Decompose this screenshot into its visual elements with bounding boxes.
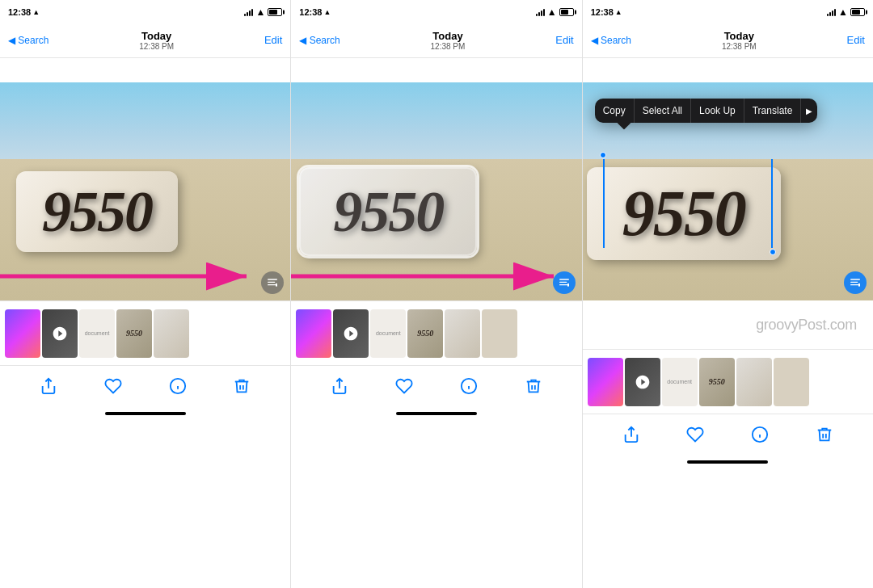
thumb-2-1[interactable] <box>296 309 331 358</box>
arrow-2 <box>291 252 578 300</box>
sign-bg-1: 9550 <box>0 82 290 300</box>
thumb-1-5[interactable] <box>154 309 189 358</box>
sky-2 <box>291 82 581 170</box>
thumb-3-1[interactable] <box>588 358 623 406</box>
thumb-2-5[interactable] <box>445 309 480 358</box>
home-indicator-2 <box>291 405 581 422</box>
thumb-3-3[interactable]: document <box>662 358 698 406</box>
phones-container: 12:38 ▲ ▲ ◀ Search Toda <box>0 0 873 588</box>
svg-rect-21 <box>858 284 860 287</box>
thumb-1-2[interactable] <box>42 309 78 358</box>
thumb-3-4[interactable]: 9550 <box>699 358 735 406</box>
selection-left-line <box>603 159 605 248</box>
thumb-3-2[interactable] <box>625 358 660 406</box>
edit-button-1[interactable]: Edit <box>264 34 282 46</box>
back-button-1[interactable]: ◀ Search <box>8 35 48 46</box>
heart-button-1[interactable] <box>103 376 123 396</box>
photo-area-3[interactable]: 9550 Copy Select All Look Up Translate ▶ <box>583 82 873 300</box>
time-label-3: 12:38 <box>591 7 614 17</box>
trash-button-1[interactable] <box>232 376 251 396</box>
photo-area-1[interactable]: 9550 <box>0 82 290 300</box>
thumb-strip-2: document 9550 <box>296 309 517 358</box>
context-menu-look-up[interactable]: Look Up <box>691 99 744 123</box>
phone-content-3: 9550 Copy Select All Look Up Translate ▶ <box>583 58 873 588</box>
share-button-1[interactable] <box>39 376 58 396</box>
home-bar-3 <box>687 460 768 464</box>
home-indicator-1 <box>0 405 290 422</box>
bottom-actions-1 <box>0 365 290 405</box>
live-text-icon-3 <box>849 276 862 289</box>
nav-bar-2: ◀ Search Today 12:38 PM Edit <box>291 23 581 58</box>
battery-fill-3 <box>852 10 860 15</box>
time-label-1: 12:38 <box>8 7 31 17</box>
battery-fill-2 <box>561 10 569 15</box>
thumb-1-4[interactable]: 9550 <box>116 309 152 358</box>
nav-subtitle-1: 12:38 PM <box>139 42 174 51</box>
share-button-2[interactable] <box>330 376 349 396</box>
context-menu-select-all[interactable]: Select All <box>635 99 691 123</box>
nav-subtitle-3: 12:38 PM <box>722 42 757 51</box>
home-bar-2 <box>396 412 477 415</box>
status-time-2: 12:38 ▲ <box>299 7 331 17</box>
bar1 <box>244 14 246 16</box>
context-menu-translate[interactable]: Translate <box>744 99 802 123</box>
status-bar-3: 12:38 ▲ ▲ <box>583 0 873 23</box>
live-text-btn-3[interactable] <box>844 271 867 294</box>
watermark-container: groovyPost.com <box>583 300 873 349</box>
heart-button-3[interactable] <box>685 425 705 444</box>
battery-3 <box>850 8 865 16</box>
phone-1: 12:38 ▲ ▲ ◀ Search Toda <box>0 0 291 588</box>
bottom-thumbnails-3: document 9550 <box>583 349 873 414</box>
nav-title-2: Today <box>431 30 466 42</box>
thumb-2-3[interactable]: document <box>370 309 406 358</box>
selection-right-line <box>771 159 773 248</box>
back-button-2[interactable]: ◀ Search <box>299 35 340 46</box>
svg-rect-20 <box>850 284 859 285</box>
thumb-3-5[interactable] <box>736 358 772 406</box>
nav-title-3: Today <box>722 30 757 42</box>
nav-title-1: Today <box>139 30 174 42</box>
thumb-2-4[interactable]: 9550 <box>407 309 443 358</box>
thumb-3-6[interactable] <box>774 358 809 406</box>
trash-button-2[interactable] <box>524 376 543 396</box>
info-button-1[interactable] <box>168 376 188 396</box>
info-button-3[interactable] <box>750 425 770 444</box>
handle-bottom-right <box>770 249 776 255</box>
bottom-thumbnails-2: document 9550 <box>291 300 581 365</box>
nav-title-group-2: Today 12:38 PM <box>431 30 466 51</box>
home-bar-1 <box>105 412 186 415</box>
status-icons-1: ▲ <box>244 6 282 18</box>
thumb-2-6[interactable] <box>482 309 517 358</box>
photo-area-2[interactable]: 9550 <box>291 82 581 300</box>
nav-bar-3: ◀ Search Today 12:38 PM Edit <box>583 23 873 58</box>
heart-button-2[interactable] <box>394 376 414 396</box>
trash-button-3[interactable] <box>815 425 834 444</box>
thumb-1-1[interactable] <box>5 309 40 358</box>
edit-button-3[interactable]: Edit <box>847 34 865 46</box>
sign-bg-3: 9550 Copy Select All Look Up Translate ▶ <box>583 82 873 300</box>
sign-bg-2: 9550 <box>291 82 581 300</box>
location-icon-3: ▲ <box>615 8 622 16</box>
thumb-1-3[interactable]: document <box>79 309 115 358</box>
wifi-icon-1: ▲ <box>255 6 265 18</box>
location-icon-1: ▲ <box>32 8 40 16</box>
wifi-icon-2: ▲ <box>547 6 557 18</box>
back-button-3[interactable]: ◀ Search <box>591 35 631 46</box>
context-menu-3: Copy Select All Look Up Translate ▶ <box>595 99 818 123</box>
thumb-2-2[interactable] <box>333 309 369 358</box>
edit-button-2[interactable]: Edit <box>555 34 573 46</box>
nav-subtitle-2: 12:38 PM <box>431 42 466 51</box>
context-menu-copy[interactable]: Copy <box>595 99 635 123</box>
phone-3: 12:38 ▲ ▲ ◀ Search Toda <box>583 0 873 588</box>
battery-2 <box>559 8 574 16</box>
signal-2 <box>536 8 545 16</box>
share-button-3[interactable] <box>622 425 641 444</box>
nav-bar-1: ◀ Search Today 12:38 PM Edit <box>0 23 290 58</box>
time-label-2: 12:38 <box>299 7 322 17</box>
info-button-2[interactable] <box>459 376 479 396</box>
arrow-1 <box>0 252 279 300</box>
battery-fill-1 <box>269 10 277 15</box>
context-menu-more[interactable]: ▶ <box>801 100 817 122</box>
status-time-3: 12:38 ▲ <box>591 7 622 17</box>
nav-title-group-1: Today 12:38 PM <box>139 30 174 51</box>
